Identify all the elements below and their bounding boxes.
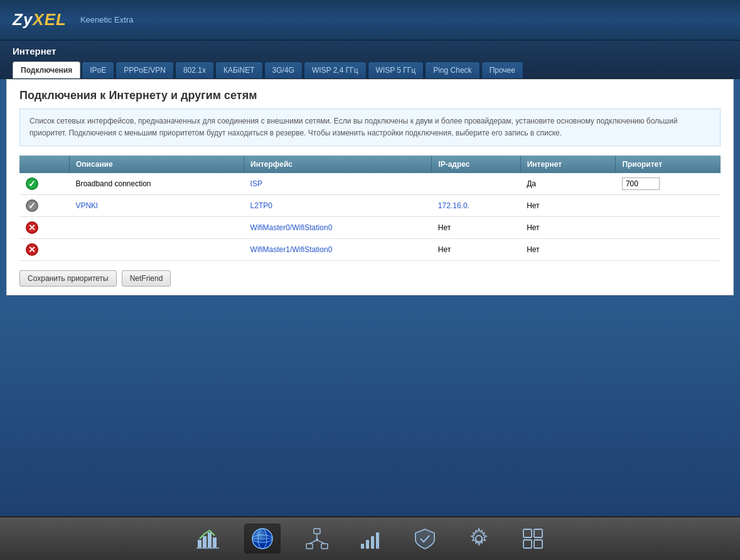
- save-priorities-button[interactable]: Сохранить приоритеты: [19, 270, 117, 287]
- table-row[interactable]: ✓ Broadband connection ISP Да: [19, 173, 721, 195]
- svg-rect-9: [314, 529, 320, 534]
- status-icon-grey: ✓: [26, 199, 38, 212]
- table-row[interactable]: ✓ VPNKl L2TP0 172.16.0. Нет: [19, 195, 721, 217]
- row2-priority: [616, 195, 721, 217]
- col-description: Описание: [69, 156, 244, 173]
- tab-wisp5[interactable]: WISP 5 ГГц: [368, 61, 424, 78]
- row1-internet: Да: [520, 173, 616, 195]
- col-internet: Интернет: [520, 156, 616, 173]
- table-row[interactable]: ✕ WifiMaster0/WifiStation0 Нет Нет: [19, 217, 721, 239]
- tab-pppoe[interactable]: PPPoE/VPN: [115, 61, 174, 78]
- svg-rect-24: [534, 540, 542, 548]
- svg-rect-22: [534, 529, 542, 537]
- taskbar-item-signal[interactable]: [353, 524, 389, 553]
- section-title: Подключения к Интернету и другим сетям: [13, 80, 727, 108]
- row4-ip: Нет: [432, 239, 520, 261]
- svg-point-20: [476, 536, 482, 542]
- row3-internet: Нет: [520, 217, 616, 239]
- svg-rect-2: [208, 532, 212, 547]
- taskbar: [0, 516, 740, 560]
- svg-rect-23: [523, 540, 532, 548]
- taskbar-item-shield[interactable]: [407, 524, 442, 553]
- settings-icon: [468, 527, 490, 550]
- row4-priority: [616, 239, 721, 261]
- info-box: Список сетевых интерфейсов, предназначен…: [19, 108, 721, 146]
- row2-status-cell: ✓: [19, 195, 69, 217]
- nav-bar: Интернет Подключения IPoE PPPoE/VPN 802.…: [0, 41, 740, 79]
- logo-text: ZyXEL: [13, 10, 67, 29]
- priority-input-1[interactable]: [622, 177, 660, 190]
- table-header-row: Описание Интерфейс IP-адрес Интернет При…: [19, 156, 721, 173]
- row2-ip: 172.16.0.: [432, 195, 520, 217]
- row1-interface-link[interactable]: ISP: [250, 179, 262, 188]
- svg-rect-16: [361, 544, 364, 549]
- row4-interface-link[interactable]: WifiMaster1/WifiStation0: [250, 245, 333, 254]
- svg-rect-21: [523, 529, 532, 537]
- globe-icon: [251, 527, 274, 550]
- tab-pingcheck[interactable]: Ping Check: [425, 61, 480, 78]
- main-content: Подключения к Интернету и другим сетям С…: [6, 79, 734, 295]
- tab-kabinet[interactable]: КАБiNET: [215, 61, 263, 78]
- svg-rect-0: [198, 540, 201, 547]
- tab-ipoe[interactable]: IPoE: [82, 61, 114, 78]
- logo: ZyXEL: [13, 10, 67, 29]
- row2-description-link[interactable]: VPNKl: [75, 201, 97, 210]
- device-name: Keenetic Extra: [80, 15, 134, 24]
- svg-rect-19: [376, 532, 379, 549]
- signal-icon: [360, 527, 382, 550]
- svg-rect-11: [321, 544, 328, 549]
- svg-line-14: [317, 540, 324, 544]
- row1-interface: ISP: [244, 173, 432, 195]
- taskbar-item-settings[interactable]: [461, 524, 496, 553]
- button-row: Сохранить приоритеты NetFriend: [13, 261, 727, 295]
- svg-rect-1: [203, 536, 206, 547]
- svg-rect-17: [366, 540, 369, 549]
- taskbar-item-globe[interactable]: [244, 524, 281, 554]
- tab-prochee[interactable]: Прочее: [481, 61, 523, 78]
- row2-internet: Нет: [520, 195, 616, 217]
- row2-interface-link[interactable]: L2TP0: [250, 201, 272, 210]
- row2-interface: L2TP0: [244, 195, 432, 217]
- svg-rect-10: [306, 544, 313, 549]
- row4-description: [69, 239, 244, 261]
- status-icon-red-2: ✕: [26, 243, 38, 256]
- page-title: Интернет: [13, 46, 727, 56]
- row1-status-cell: ✓: [19, 173, 69, 195]
- col-interface: Интерфейс: [244, 156, 432, 173]
- tabs-container: Подключения IPoE PPPoE/VPN 802.1x КАБiNE…: [13, 61, 727, 78]
- chart-icon: [196, 527, 219, 550]
- row3-status-cell: ✕: [19, 217, 69, 239]
- svg-rect-18: [371, 536, 374, 549]
- taskbar-item-network[interactable]: [299, 524, 335, 553]
- col-ip: IP-адрес: [432, 156, 520, 173]
- tab-wisp24[interactable]: WISP 2,4 ГГц: [304, 61, 367, 78]
- page-container: Подключения к Интернету и другим сетям С…: [7, 80, 733, 295]
- row3-priority: [616, 217, 721, 239]
- row2-description: VPNKl: [69, 195, 244, 217]
- col-status: [19, 156, 69, 173]
- row3-interface-link[interactable]: WifiMaster0/WifiStation0: [250, 223, 333, 232]
- tab-3g4g[interactable]: 3G/4G: [264, 61, 303, 78]
- row1-ip: [432, 173, 520, 195]
- shield-icon: [414, 527, 436, 550]
- taskbar-item-chart[interactable]: [190, 524, 225, 553]
- status-icon-green: ✓: [26, 177, 38, 190]
- svg-rect-3: [213, 537, 217, 547]
- logo-zy: Zy: [13, 10, 33, 29]
- row2-ip-link[interactable]: 172.16.0.: [438, 201, 469, 210]
- header: ZyXEL Keenetic Extra: [0, 0, 740, 41]
- tab-8021x[interactable]: 802.1x: [175, 61, 214, 78]
- row1-priority: [616, 173, 721, 195]
- taskbar-item-apps[interactable]: [515, 524, 550, 553]
- svg-line-13: [309, 540, 317, 544]
- tab-connections[interactable]: Подключения: [13, 61, 80, 78]
- row3-description: [69, 217, 244, 239]
- row1-description: Broadband connection: [69, 173, 244, 195]
- netfriend-button[interactable]: NetFriend: [122, 270, 171, 287]
- table-row[interactable]: ✕ WifiMaster1/WifiStation0 Нет Нет: [19, 239, 721, 261]
- row4-status-cell: ✕: [19, 239, 69, 261]
- row4-interface: WifiMaster1/WifiStation0: [244, 239, 432, 261]
- apps-icon: [522, 527, 544, 550]
- background-area: [0, 302, 740, 517]
- status-icon-red-1: ✕: [26, 221, 38, 234]
